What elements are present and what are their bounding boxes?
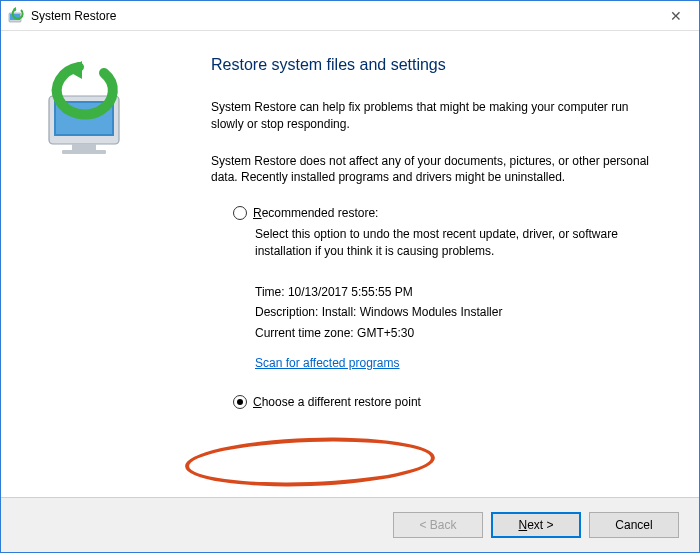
system-restore-window: System Restore ✕ Restore system files an… (0, 0, 700, 553)
body: Restore system files and settings System… (1, 31, 699, 497)
svg-rect-6 (72, 144, 96, 150)
restore-point-info: Time: 10/13/2017 5:55:55 PM Description:… (255, 282, 649, 374)
window-title: System Restore (31, 9, 116, 23)
back-button: < Back (393, 512, 483, 538)
info-description: Description: Install: Windows Modules In… (255, 302, 649, 322)
titlebar: System Restore ✕ (1, 1, 699, 31)
close-button[interactable]: ✕ (653, 1, 699, 31)
cancel-button[interactable]: Cancel (589, 512, 679, 538)
radio-choose-different[interactable]: Choose a different restore point (233, 395, 649, 409)
radio-icon (233, 206, 247, 220)
svg-rect-7 (62, 150, 106, 154)
radio-choose-label: Choose a different restore point (253, 395, 421, 409)
restore-illustration (34, 61, 144, 161)
intro-paragraph-1: System Restore can help fix problems tha… (211, 99, 649, 133)
radio-recommended-label: Recommended restore: (253, 206, 378, 220)
next-button[interactable]: Next > (491, 512, 581, 538)
main-content: Restore system files and settings System… (176, 31, 699, 497)
scan-affected-programs-link[interactable]: Scan for affected programs (255, 353, 400, 373)
footer: < Back Next > Cancel (1, 497, 699, 552)
intro-paragraph-2: System Restore does not affect any of yo… (211, 153, 649, 187)
recommended-description: Select this option to undo the most rece… (255, 226, 649, 260)
page-heading: Restore system files and settings (211, 56, 649, 74)
close-icon: ✕ (670, 8, 682, 24)
sidebar (1, 31, 176, 497)
radio-icon-checked (233, 395, 247, 409)
info-time: Time: 10/13/2017 5:55:55 PM (255, 282, 649, 302)
system-restore-icon (7, 7, 25, 25)
info-timezone: Current time zone: GMT+5:30 (255, 323, 649, 343)
radio-recommended-restore[interactable]: Recommended restore: (233, 206, 649, 220)
